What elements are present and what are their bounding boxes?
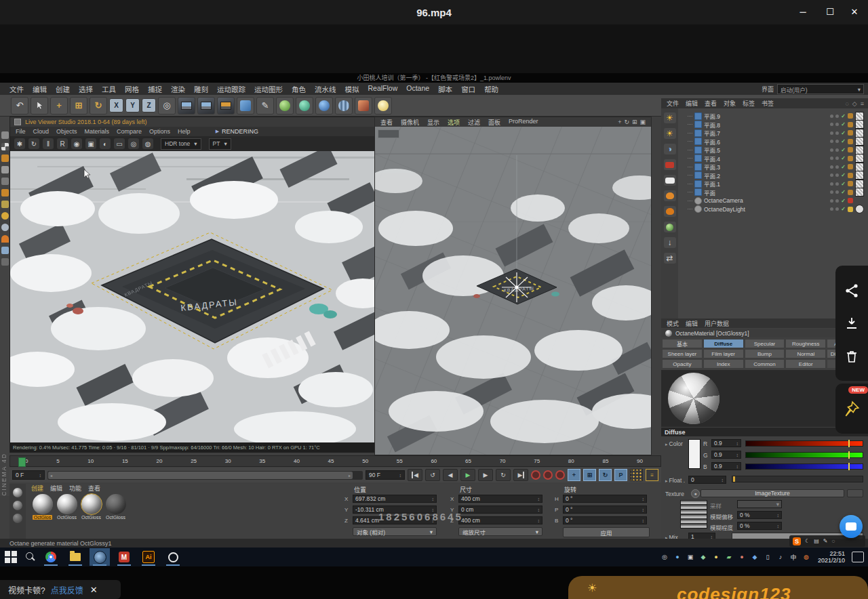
simulation-icon[interactable] <box>315 97 333 115</box>
material-tag-icon[interactable] <box>848 122 853 127</box>
dynamics-icon[interactable] <box>1 247 9 254</box>
visibility-dot-icon[interactable] <box>830 123 833 126</box>
material-thumbnail[interactable] <box>33 494 53 514</box>
object-row[interactable]: 平面 ✓ <box>678 188 868 197</box>
taskbar-octane-icon[interactable] <box>163 548 183 566</box>
menu-item[interactable]: 编辑 <box>686 99 698 108</box>
chat-bubble-button[interactable] <box>840 515 863 538</box>
menu-item[interactable]: 帮助 <box>484 84 498 94</box>
taskbar-m-app-icon[interactable]: M <box>114 548 134 566</box>
region-render-icon[interactable]: R <box>57 138 68 149</box>
object-row[interactable]: OctaneCamera ✓ <box>678 197 868 205</box>
render-dot-icon[interactable] <box>835 165 839 169</box>
visibility-dot-icon[interactable] <box>830 165 833 169</box>
camera-icon[interactable] <box>355 97 372 115</box>
b-field[interactable]: 0.9↕ <box>711 462 741 470</box>
floor-icon[interactable] <box>1 189 9 197</box>
menu-item[interactable]: 窗口 <box>461 84 475 94</box>
r-slider[interactable] <box>745 440 863 447</box>
texture-button[interactable]: ImageTexture <box>701 489 844 497</box>
object-controls[interactable]: ✓ <box>830 112 864 121</box>
material-preview-sphere[interactable] <box>668 373 719 424</box>
menu-item[interactable]: 选择 <box>79 84 93 94</box>
render-dot-icon[interactable] <box>835 157 839 160</box>
render-settings-icon[interactable] <box>217 97 235 115</box>
menu-item[interactable]: 文件 <box>9 84 24 94</box>
stepper-icon[interactable]: ↕ <box>642 497 645 501</box>
end-frame-field[interactable]: 90 F↕ <box>366 470 405 480</box>
menu-item[interactable]: 摄像机 <box>401 118 419 127</box>
object-row[interactable]: 平面.7 ✓ <box>678 129 868 138</box>
object-controls[interactable]: ✓ <box>830 188 864 197</box>
size-y-field[interactable]: 0 cm↕ <box>458 505 542 514</box>
stepper-icon[interactable]: ↕ <box>432 497 435 501</box>
rotate-tool-icon[interactable]: ↻ <box>90 97 107 115</box>
playhead[interactable] <box>18 457 26 467</box>
material-tag-icon[interactable] <box>848 113 853 119</box>
material-tag-icon[interactable] <box>848 198 853 203</box>
visibility-dot-icon[interactable] <box>830 173 833 177</box>
pan-view-icon[interactable]: + <box>618 119 621 125</box>
camera-lock-icon[interactable]: ◉ <box>71 138 82 149</box>
object-controls[interactable]: ✓ <box>830 197 864 205</box>
texture-link-icon[interactable]: ● <box>691 489 700 498</box>
kernel-dropdown[interactable]: PT▾ <box>209 138 231 150</box>
object-row[interactable]: 平面.3 ✓ <box>678 163 868 171</box>
stepper-icon[interactable]: ↕ <box>538 497 540 501</box>
close-icon[interactable]: ✕ <box>90 585 98 595</box>
stepper-icon[interactable]: ↕ <box>399 473 402 478</box>
toggle-view-icon[interactable]: ▣ <box>639 119 646 125</box>
axis-x-button[interactable]: X <box>109 98 123 112</box>
select-cursor-icon[interactable] <box>31 97 48 115</box>
scroll-left-icon[interactable]: ◂ <box>50 473 52 478</box>
visibility-dot-icon[interactable] <box>830 131 833 135</box>
enabled-check-icon[interactable]: ✓ <box>841 155 846 161</box>
deformer-icon[interactable] <box>296 97 313 115</box>
workplane-icon[interactable] <box>1 201 9 208</box>
tray-ime-indicator[interactable]: 中 <box>789 552 798 562</box>
menu-item[interactable]: 捕捉 <box>148 84 162 94</box>
arealight-icon[interactable]: ☀ <box>664 128 676 139</box>
enabled-check-icon[interactable]: ✓ <box>841 164 846 170</box>
render-dot-icon[interactable] <box>835 207 839 211</box>
menu-item[interactable]: 对象 <box>724 99 736 108</box>
stepper-icon[interactable]: ↕ <box>736 464 739 469</box>
mode-object-dropdown[interactable]: 对象 (相对)▾ <box>353 527 437 536</box>
material-thumbnail[interactable] <box>106 494 126 514</box>
material-thumbnail[interactable] <box>57 494 77 514</box>
texture-tag-icon[interactable] <box>855 180 864 188</box>
material-tab[interactable]: Roughness <box>785 339 826 348</box>
scale-tool-icon[interactable]: ⊞ <box>70 97 87 115</box>
tray-bluetooth-icon[interactable]: ◆ <box>750 552 760 562</box>
object-row[interactable]: 平面.2 ✓ <box>678 171 868 180</box>
rotate-view-icon[interactable]: ↻ <box>624 119 629 125</box>
tray-usb-icon[interactable]: ▯ <box>763 552 772 562</box>
share-icon[interactable] <box>844 283 860 299</box>
notification-center-icon[interactable] <box>852 552 864 562</box>
stepper-icon[interactable]: ↕ <box>538 518 540 523</box>
add-cube-icon[interactable] <box>237 97 254 115</box>
enabled-check-icon[interactable]: ✓ <box>841 198 846 204</box>
texture-tag-icon[interactable] <box>855 146 864 154</box>
menu-item[interactable]: 流水线 <box>315 84 336 94</box>
menu-item[interactable]: 编辑 <box>33 84 47 94</box>
start-button-icon[interactable] <box>3 550 19 564</box>
enabled-check-icon[interactable]: ✓ <box>841 172 846 178</box>
viewport-canvas[interactable]: КВАДРАТЫ <box>375 127 651 455</box>
interface-dropdown[interactable]: 启动(用户)▾ <box>777 84 864 94</box>
object-name[interactable]: 平面.8 <box>704 121 720 129</box>
specular-material-icon[interactable] <box>664 222 676 232</box>
render-dot-icon[interactable] <box>835 131 839 135</box>
enabled-check-icon[interactable]: ✓ <box>841 189 846 195</box>
render-dot-icon[interactable] <box>835 123 839 126</box>
object-name[interactable]: 平面.4 <box>704 154 720 163</box>
float-field[interactable]: 0↕ <box>688 476 726 484</box>
octane-camera-icon[interactable] <box>664 159 676 170</box>
stepper-icon[interactable]: ↕ <box>642 518 645 523</box>
enabled-check-icon[interactable]: ✓ <box>841 138 846 144</box>
stepper-icon[interactable]: ↕ <box>642 508 645 512</box>
timeline-ruler[interactable]: 051015202530354045505560657075808590 <box>9 455 661 467</box>
mograph-icon[interactable] <box>276 97 294 115</box>
menu-item[interactable]: 渲染 <box>171 84 185 94</box>
slider-handle[interactable] <box>733 476 735 482</box>
